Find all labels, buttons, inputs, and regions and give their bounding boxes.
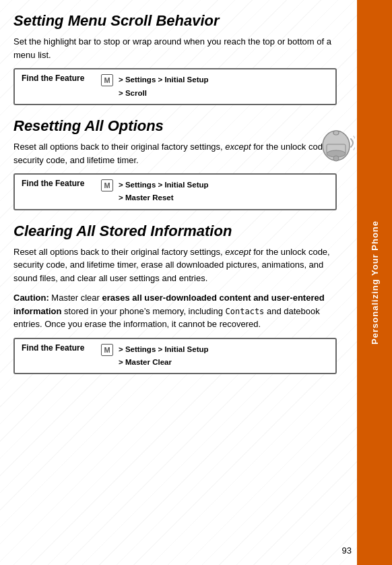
caution-bold-text: erases all user-downloaded content and u…: [13, 293, 325, 316]
scroll-behavior-body: Set the highlight bar to stop or wrap ar…: [13, 35, 337, 61]
clearing-caution: Caution: Master clear erases all user-do…: [13, 291, 337, 331]
menu-icon-3: M: [101, 344, 113, 356]
bell-icon-wrapper: [315, 125, 357, 172]
find-feature-scroll: Find the Feature M > Settings > Initial …: [13, 68, 337, 105]
find-feature-path-3: > Settings > Initial Setup > Master Clea…: [119, 343, 209, 369]
menu-icon-2: M: [101, 179, 113, 191]
sidebar: Personalizing Your Phone: [357, 0, 392, 565]
find-feature-clear: Find the Feature M > Settings > Initial …: [13, 338, 337, 374]
clearing-body1: Reset all options back to their original…: [13, 245, 337, 285]
resetting-title: Resetting All Options: [13, 117, 337, 135]
contacts-code: Contacts: [226, 307, 265, 316]
resetting-body: Reset all options back to their original…: [13, 140, 337, 167]
find-feature-reset: Find the Feature M > Settings > Initial …: [13, 173, 337, 210]
find-feature-label-3: Find the Feature: [22, 343, 96, 353]
find-feature-path-2: > Settings > Initial Setup > Master Rese…: [119, 179, 209, 204]
caution-label: Caution:: [13, 293, 49, 303]
menu-icon-1: M: [101, 74, 113, 86]
find-feature-label-1: Find the Feature: [22, 73, 96, 83]
find-feature-path-1: > Settings > Initial Setup > Scroll: [119, 73, 209, 99]
sidebar-label: Personalizing Your Phone: [370, 220, 380, 345]
clearing-title: Clearing All Stored Information: [13, 222, 337, 240]
page-number: 93: [342, 545, 352, 556]
scroll-behavior-title: Setting Menu Scroll Behavior: [13, 12, 337, 30]
find-feature-label-2: Find the Feature: [22, 179, 96, 188]
svg-rect-3: [333, 131, 339, 135]
bell-icon: [317, 127, 355, 171]
svg-point-4: [333, 156, 339, 161]
